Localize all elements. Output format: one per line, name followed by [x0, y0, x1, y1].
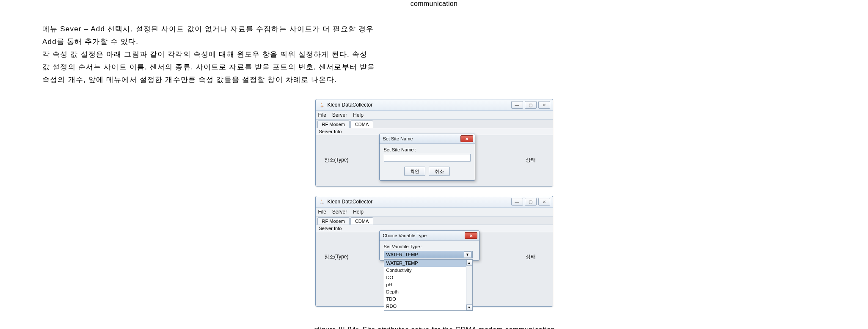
window-titlebar: Kleon DataCollector — ▢ ✕ — [316, 196, 553, 208]
combobox-option[interactable]: Depth — [384, 288, 472, 296]
chevron-down-icon[interactable]: ▼ — [464, 251, 471, 258]
window-titlebar: Kleon DataCollector — ▢ ✕ — [316, 99, 553, 111]
figures-container: Kleon DataCollector — ▢ ✕ File Server He… — [42, 99, 826, 329]
tab-cdma[interactable]: CDMA — [350, 217, 373, 225]
app-window-2: Kleon DataCollector — ▢ ✕ File Server He… — [315, 196, 553, 307]
combobox-option[interactable]: TDO — [384, 296, 472, 303]
column-label-status: 상태 — [526, 156, 536, 164]
figure-caption: <figure III-84> Site attributes setup fo… — [313, 326, 555, 329]
window-body: 장소(Type) 상태 Choice Variable Type ✕ Set V… — [316, 232, 553, 306]
menu-help[interactable]: Help — [353, 209, 364, 215]
tab-cdma[interactable]: CDMA — [350, 121, 373, 128]
dialog-choice-variable-type: Choice Variable Type ✕ Set Variable Type… — [379, 230, 479, 260]
body-text: 메뉴 Sever – Add 선택시, 설정된 사이트 값이 없거나 자료를 수… — [42, 23, 377, 86]
column-label-place: 장소(Type) — [324, 253, 349, 260]
menu-help[interactable]: Help — [353, 112, 364, 118]
window-minimize-button[interactable]: — — [511, 198, 523, 206]
combobox-option[interactable]: RDO — [384, 303, 472, 310]
menubar: File Server Help — [316, 208, 553, 216]
menubar: File Server Help — [316, 111, 553, 119]
dialog-set-site-name: Set Site Name ✕ Set Site Name : 확인 취소 — [379, 134, 475, 181]
dialog-close-button[interactable]: ✕ — [465, 232, 477, 239]
combobox-option[interactable]: DO — [384, 274, 472, 281]
ok-button[interactable]: 확인 — [404, 167, 425, 176]
dialog-field-label: Set Variable Type : — [384, 244, 475, 249]
java-icon — [319, 102, 325, 108]
dialog-close-button[interactable]: ✕ — [460, 135, 473, 142]
combobox-selected-value: WATER_TEMP — [386, 252, 418, 257]
combobox-option[interactable]: Conductivity — [384, 267, 472, 274]
combobox-option[interactable]: pH — [384, 281, 472, 288]
combobox-option[interactable]: WATER_TEMP — [384, 260, 472, 267]
window-maximize-button[interactable]: ▢ — [525, 198, 537, 206]
scrollbar[interactable]: ▲ ▼ — [466, 260, 472, 310]
tab-bar: RF Modem CDMA — [316, 119, 553, 128]
top-caption: communication — [42, 0, 826, 8]
column-label-place: 장소(Type) — [324, 156, 349, 164]
window-maximize-button[interactable]: ▢ — [525, 101, 537, 109]
scroll-down-icon[interactable]: ▼ — [466, 304, 472, 310]
window-title: Kleon DataCollector — [328, 102, 373, 108]
dialog-title: Set Site Name — [383, 136, 413, 141]
menu-server[interactable]: Server — [332, 112, 347, 118]
dialog-title: Choice Variable Type — [383, 233, 427, 238]
window-body: 장소(Type) 상태 Set Site Name ✕ Set Site Nam… — [316, 135, 553, 186]
combobox-dropdown: WATER_TEMP Conductivity DO pH Depth TDO … — [384, 259, 473, 311]
scroll-up-icon[interactable]: ▲ — [466, 260, 472, 266]
menu-file[interactable]: File — [318, 112, 326, 118]
site-name-input[interactable] — [384, 154, 471, 162]
menu-file[interactable]: File — [318, 209, 326, 215]
java-icon — [319, 199, 325, 205]
window-minimize-button[interactable]: — — [511, 101, 523, 109]
tab-rf-modem[interactable]: RF Modem — [317, 217, 350, 225]
column-label-status: 상태 — [526, 253, 536, 260]
window-close-button[interactable]: ✕ — [538, 101, 550, 109]
dialog-field-label: Set Site Name : — [384, 147, 471, 152]
tab-bar: RF Modem CDMA — [316, 216, 553, 225]
cancel-button[interactable]: 취소 — [429, 167, 450, 176]
combobox-option[interactable]: TDG — [384, 310, 472, 310]
app-window-1: Kleon DataCollector — ▢ ✕ File Server He… — [315, 99, 553, 186]
window-close-button[interactable]: ✕ — [538, 198, 550, 206]
variable-type-combobox[interactable]: WATER_TEMP ▼ WATER_TEMP Conductivity DO … — [384, 251, 473, 258]
menu-server[interactable]: Server — [332, 209, 347, 215]
window-title: Kleon DataCollector — [328, 199, 373, 205]
tab-rf-modem[interactable]: RF Modem — [317, 121, 350, 128]
